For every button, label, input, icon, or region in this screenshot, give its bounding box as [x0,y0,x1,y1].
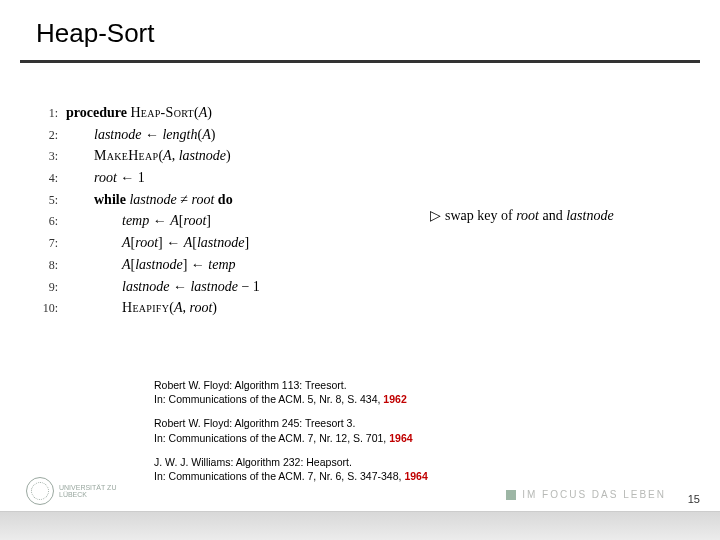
algorithm-line: 5:while lastnode ≠ root do [34,189,260,211]
reference-source: In: Communications of the ACM. 5, Nr. 8,… [154,392,428,406]
line-number: 8: [34,256,66,275]
algorithm-line: 6:temp ← A[root] [34,210,260,232]
code-text: temp ← A[root] [66,210,211,232]
algorithm-line: 1:procedure Heap-Sort(A) [34,102,260,124]
algorithm-line: 2:lastnode ← length(A) [34,124,260,146]
line-number: 2: [34,126,66,145]
algorithm-line: 4:root ← 1 [34,167,260,189]
algorithm-line: 8:A[lastnode] ← temp [34,254,260,276]
algorithm-line: 10:Heapify(A, root) [34,297,260,319]
code-text: lastnode ← length(A) [66,124,215,146]
reference: Robert W. Floyd: Algorithm 113: Treesort… [154,378,428,406]
code-text: lastnode ← lastnode − 1 [66,276,260,298]
algorithm-line: 7:A[root] ← A[lastnode] [34,232,260,254]
university-logo: UNIVERSITÄT ZU LÜBECK [26,476,136,506]
line-number: 10: [34,299,66,318]
algorithm-line: 3:MakeHeap(A, lastnode) [34,145,260,167]
code-text: A[root] ← A[lastnode] [66,232,249,254]
page-number: 15 [688,493,700,505]
line-number: 7: [34,234,66,253]
code-text: Heapify(A, root) [66,297,217,319]
reference-year: 1964 [404,470,427,482]
brand-square-icon [506,490,516,500]
line-number: 3: [34,147,66,166]
university-logo-text: UNIVERSITÄT ZU LÜBECK [59,484,136,498]
reference-title: Robert W. Floyd: Algorithm 245: Treesort… [154,416,428,430]
reference: J. W. J. Williams: Algorithm 232: Heapso… [154,455,428,483]
references-block: Robert W. Floyd: Algorithm 113: Treesort… [154,378,428,493]
line-number: 1: [34,104,66,123]
algorithm-comment: ▷swap key of root and lastnode [430,207,614,224]
line-number: 5: [34,191,66,210]
slide-title: Heap-Sort [36,18,155,49]
title-divider [20,60,700,63]
reference: Robert W. Floyd: Algorithm 245: Treesort… [154,416,428,444]
reference-title: J. W. J. Williams: Algorithm 232: Heapso… [154,455,428,469]
footer-brand-text: IM FOCUS DAS LEBEN [522,489,666,500]
seal-icon [26,477,54,505]
reference-year: 1962 [383,393,406,405]
comment-marker-icon: ▷ [430,207,441,224]
code-text: A[lastnode] ← temp [66,254,236,276]
line-number: 9: [34,278,66,297]
reference-source: In: Communications of the ACM. 7, Nr. 6,… [154,469,428,483]
code-text: procedure Heap-Sort(A) [66,102,212,124]
reference-year: 1964 [389,432,412,444]
code-text: root ← 1 [66,167,145,189]
footer-brand: IM FOCUS DAS LEBEN [506,489,666,500]
line-number: 4: [34,169,66,188]
footer-bar [0,511,720,540]
code-text: MakeHeap(A, lastnode) [66,145,231,167]
reference-title: Robert W. Floyd: Algorithm 113: Treesort… [154,378,428,392]
code-text: while lastnode ≠ root do [66,189,233,211]
comment-text: swap key of root and lastnode [445,208,614,223]
line-number: 6: [34,212,66,231]
reference-source: In: Communications of the ACM. 7, Nr. 12… [154,431,428,445]
slide: Heap-Sort 1:procedure Heap-Sort(A)2:last… [0,0,720,540]
algorithm-block: 1:procedure Heap-Sort(A)2:lastnode ← len… [34,102,260,319]
algorithm-line: 9:lastnode ← lastnode − 1 [34,276,260,298]
